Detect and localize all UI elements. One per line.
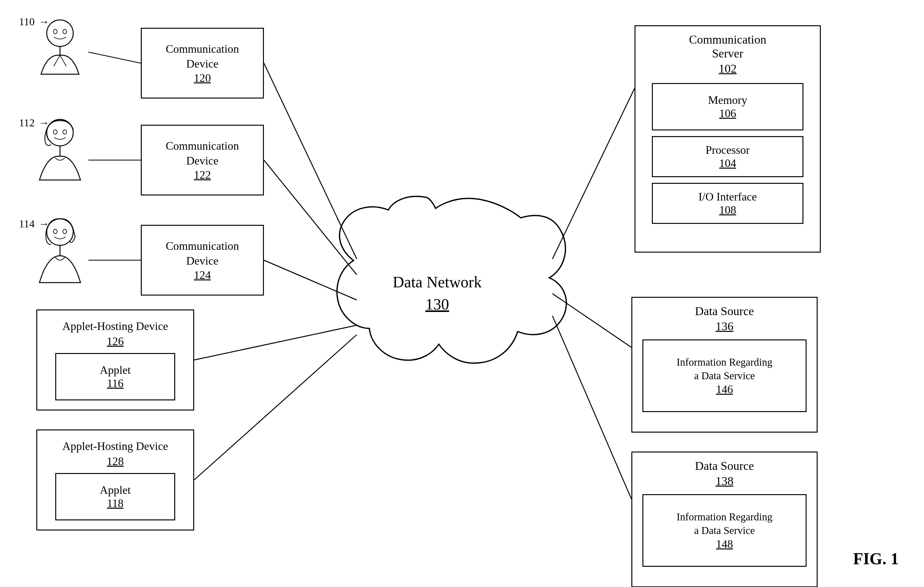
svg-point-23 <box>63 229 67 234</box>
comm-device-120-number: 120 <box>194 71 211 84</box>
applet-116: Applet 116 <box>55 353 175 400</box>
applet-116-label: Applet <box>100 364 131 377</box>
comm-device-120: Communication Device 120 <box>141 28 264 99</box>
svg-line-16 <box>60 55 66 66</box>
person-112 <box>28 117 92 202</box>
applet-118-number: 118 <box>107 497 124 510</box>
comm-server-label: CommunicationServer <box>689 33 766 60</box>
applet-hosting-128-label: Applet-Hosting Device <box>63 440 168 453</box>
svg-point-18 <box>53 130 57 134</box>
info-148-label: Information Regardinga Data Service <box>676 510 772 537</box>
applet-hosting-126-number: 126 <box>107 335 124 348</box>
cloud-data-network: Data Network 130 <box>300 189 574 385</box>
person-110 <box>28 17 92 99</box>
memory-106-number: 106 <box>719 107 736 120</box>
info-data-service-148: Information Regardinga Data Service 148 <box>642 494 807 567</box>
label-112: 112 → <box>19 117 49 129</box>
data-source-136: Data Source 136 Information Regardinga D… <box>631 297 818 433</box>
data-source-138-label: Data Source <box>695 459 754 473</box>
io-label: I/O Interface <box>699 190 757 203</box>
applet-116-number: 116 <box>107 377 124 390</box>
info-148-number: 148 <box>716 537 733 551</box>
applet-118-label: Applet <box>100 483 131 497</box>
applet-118: Applet 118 <box>55 473 175 520</box>
data-source-136-number: 136 <box>716 319 734 333</box>
applet-hosting-126-label: Applet-Hosting Device <box>63 319 168 333</box>
comm-device-120-label: Communication Device <box>166 42 239 71</box>
comm-device-122: Communication Device 122 <box>141 125 264 195</box>
io-interface-108: I/O Interface 108 <box>652 183 804 224</box>
svg-point-12 <box>53 29 57 34</box>
label-110: 110 → <box>19 16 49 28</box>
svg-line-15 <box>54 55 60 66</box>
comm-server-102: CommunicationServer 102 Memory 106 Proce… <box>635 25 821 253</box>
memory-106-label: Memory <box>708 93 747 107</box>
info-146-number: 146 <box>716 383 733 396</box>
data-source-136-label: Data Source <box>695 304 754 318</box>
processor-label: Processor <box>706 143 750 157</box>
comm-device-124-label: Communication Device <box>166 239 239 268</box>
svg-point-19 <box>63 130 67 134</box>
comm-device-122-label: Communication Device <box>166 139 239 168</box>
svg-text:130: 130 <box>426 295 449 313</box>
svg-point-22 <box>53 229 57 234</box>
diagram: 110 → 112 → 114 → <box>0 0 924 587</box>
processor-number: 104 <box>719 157 736 170</box>
comm-server-number: 102 <box>719 61 737 76</box>
svg-text:Data Network: Data Network <box>393 273 482 291</box>
comm-device-124: Communication Device 124 <box>141 225 264 296</box>
applet-hosting-device-128: Applet-Hosting Device 128 Applet 118 <box>36 430 194 531</box>
comm-device-122-number: 122 <box>194 168 211 182</box>
memory-106: Memory 106 <box>652 83 804 131</box>
applet-hosting-device-126: Applet-Hosting Device 126 Applet 116 <box>36 309 194 410</box>
label-114: 114 → <box>19 218 49 230</box>
info-data-service-146: Information Regardinga Data Service 146 <box>642 339 807 412</box>
info-146-label: Information Regardinga Data Service <box>676 356 772 383</box>
data-source-138-number: 138 <box>716 474 734 488</box>
comm-device-124-number: 124 <box>194 268 211 282</box>
applet-hosting-128-number: 128 <box>107 455 124 468</box>
svg-line-8 <box>88 52 141 63</box>
data-source-138: Data Source 138 Information Regardinga D… <box>631 451 818 587</box>
processor-104: Processor 104 <box>652 136 804 177</box>
svg-point-13 <box>63 29 67 34</box>
figure-label: FIG. 1 <box>853 549 899 568</box>
svg-point-11 <box>47 20 73 46</box>
io-number: 108 <box>719 203 736 217</box>
